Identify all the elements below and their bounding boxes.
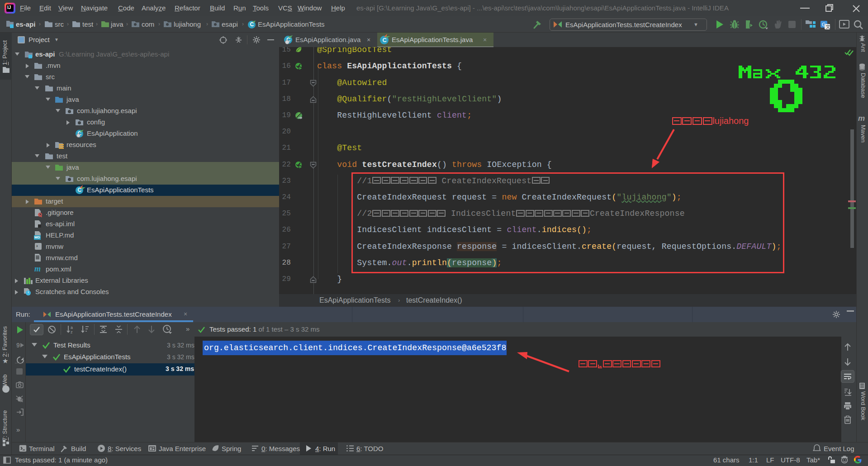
svg-text:a: a bbox=[71, 325, 73, 330]
svg-text:z: z bbox=[71, 330, 73, 334]
svg-text:文: 文 bbox=[826, 24, 830, 29]
